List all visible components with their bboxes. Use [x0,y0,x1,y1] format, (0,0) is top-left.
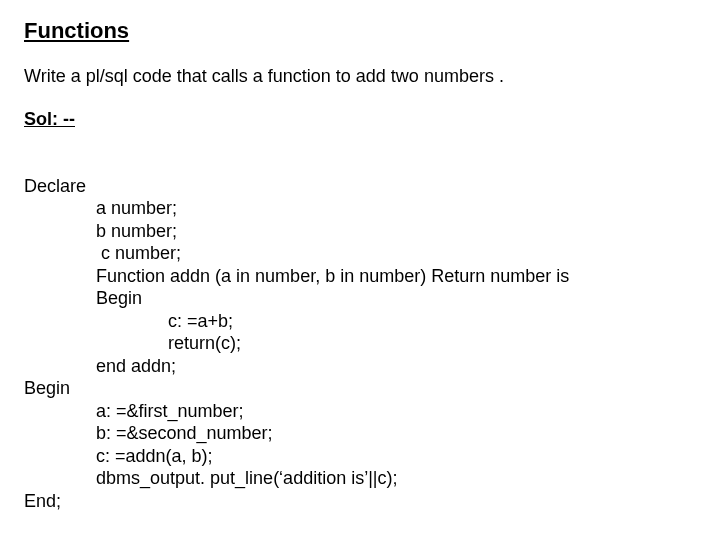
code-line: return(c); [168,333,241,353]
section-title: Functions [24,18,696,44]
code-line: Function addn (a in number, b in number)… [96,266,569,286]
code-line: b number; [96,221,177,241]
code-line: Begin [24,377,70,400]
code-block: Declare a number; b number; c number; Fu… [24,152,696,512]
code-line: c: =addn(a, b); [96,446,213,466]
code-line: b: =&second_number; [96,423,273,443]
code-line: c number; [96,243,181,263]
code-line: End; [24,490,61,513]
code-line: Begin [96,288,142,308]
solution-label: Sol: -- [24,109,696,130]
code-line: c: =a+b; [168,311,233,331]
code-line: end addn; [96,356,176,376]
question-text: Write a pl/sql code that calls a functio… [24,66,696,87]
code-line: a number; [96,198,177,218]
document-page: Functions Write a pl/sql code that calls… [0,0,720,512]
code-line: Declare [24,175,86,198]
code-line: dbms_output. put_line(‘addition is’||c); [96,468,398,488]
code-line: a: =&first_number; [96,401,244,421]
